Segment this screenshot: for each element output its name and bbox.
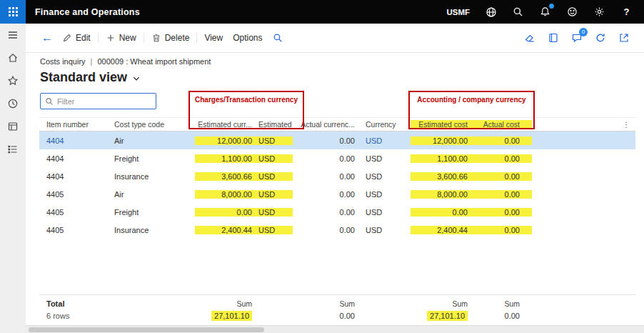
delete-button[interactable]: Delete: [146, 29, 195, 48]
cost-type-cell[interactable]: Air: [107, 136, 195, 145]
estimated-amount-cell[interactable]: 8,000.00: [195, 190, 253, 199]
col-header-currency[interactable]: Currency: [357, 120, 411, 129]
view-selector[interactable]: Standard view: [40, 69, 644, 86]
item-number-cell[interactable]: 4405: [39, 226, 107, 234]
cost-type-cell[interactable]: Freight: [107, 208, 195, 217]
view-menu-button[interactable]: View: [199, 29, 228, 48]
scrollbar-thumb[interactable]: [29, 327, 264, 332]
sum-label: Sum: [293, 299, 357, 308]
table-row[interactable]: 4405 Insurance 2,400.44 USD 0.00 USD 2,4…: [39, 221, 635, 239]
actual-cost-cell[interactable]: 0.00: [471, 154, 532, 163]
table-row[interactable]: 4405 Freight 0.00 USD 0.00 USD 0.00 0.00: [39, 203, 635, 221]
workspaces-icon[interactable]: [7, 121, 19, 132]
favorites-star-icon[interactable]: [7, 75, 19, 86]
actual-cost-cell[interactable]: 0.00: [471, 136, 532, 145]
app-launcher-button[interactable]: [0, 0, 26, 24]
cost-type-cell[interactable]: Air: [107, 190, 195, 199]
home-icon[interactable]: [7, 52, 19, 64]
col-header-estimated-curr[interactable]: Estimated curr...: [195, 120, 253, 129]
estimated-currency-cell[interactable]: USD: [253, 226, 293, 234]
col-header-estimated-cost[interactable]: Estimated cost: [411, 120, 471, 129]
currency-cell[interactable]: USD: [357, 190, 411, 199]
grid-more-options-icon[interactable]: ⋮: [532, 120, 635, 129]
actual-cost-cell[interactable]: 0.00: [471, 208, 532, 217]
currency-cell[interactable]: USD: [357, 136, 411, 145]
refresh-icon[interactable]: [595, 32, 606, 44]
actual-amount-cell[interactable]: 0.00: [293, 190, 357, 199]
new-button[interactable]: New: [101, 29, 141, 48]
currency-cell[interactable]: USD: [357, 208, 411, 217]
estimated-currency-cell[interactable]: USD: [253, 208, 293, 217]
menu-icon[interactable]: [7, 29, 19, 41]
notifications-bell-icon[interactable]: [539, 6, 551, 18]
cost-type-cell[interactable]: Freight: [107, 154, 195, 163]
recent-clock-icon[interactable]: [7, 98, 19, 109]
table-row[interactable]: 4404 Air 12,000.00 USD 0.00 USD 12,000.0…: [39, 131, 635, 149]
estimated-currency-cell[interactable]: USD: [253, 172, 293, 181]
clear-filters-eraser-icon[interactable]: [524, 32, 535, 44]
settings-gear-icon[interactable]: [593, 6, 605, 18]
col-header-estimated-cost-curr[interactable]: Estimated cost...: [253, 120, 293, 129]
item-number-cell[interactable]: 4404: [39, 136, 107, 145]
actual-amount-cell[interactable]: 0.00: [293, 208, 357, 217]
actual-cost-cell[interactable]: 0.00: [471, 172, 532, 181]
item-number-cell[interactable]: 4405: [39, 190, 107, 199]
estimated-amount-cell[interactable]: 2,400.44: [195, 226, 253, 234]
estimated-cost-cell[interactable]: 0.00: [411, 208, 471, 217]
estimated-currency-cell[interactable]: USD: [253, 136, 293, 145]
task-guide-book-icon[interactable]: [548, 32, 559, 44]
actual-amount-cell[interactable]: 0.00: [293, 154, 357, 163]
feedback-smiley-icon[interactable]: [566, 6, 578, 18]
actual-cost-cell[interactable]: 0.00: [471, 190, 532, 199]
actual-amount-cell[interactable]: 0.00: [293, 172, 357, 181]
estimated-currency-cell[interactable]: USD: [253, 190, 293, 199]
estimated-cost-cell[interactable]: 8,000.00: [411, 190, 471, 199]
cost-type-cell[interactable]: Insurance: [107, 226, 195, 234]
search-icon[interactable]: [512, 6, 524, 18]
actual-cost-cell[interactable]: 0.00: [471, 226, 532, 234]
accounting-sum-value: 27,101.10: [427, 311, 468, 321]
options-menu-button[interactable]: Options: [228, 29, 267, 48]
col-header-actual-cost[interactable]: Actual cost: [471, 120, 532, 129]
messages-chat-icon[interactable]: 0: [571, 32, 583, 44]
table-row[interactable]: 4404 Insurance 3,600.66 USD 0.00 USD 3,6…: [39, 167, 635, 185]
estimated-cost-cell[interactable]: 3,600.66: [411, 172, 471, 181]
estimated-amount-cell[interactable]: 3,600.66: [195, 172, 253, 181]
item-number-cell[interactable]: 4404: [39, 154, 107, 163]
open-in-new-window-icon[interactable]: [618, 32, 630, 44]
environment-globe-icon[interactable]: [485, 6, 497, 18]
estimated-currency-cell[interactable]: USD: [253, 154, 293, 163]
estimated-cost-cell[interactable]: 1,100.00: [411, 154, 471, 163]
actual-amount-cell[interactable]: 0.00: [293, 136, 357, 145]
table-row[interactable]: 4405 Air 8,000.00 USD 0.00 USD 8,000.00 …: [39, 185, 635, 203]
currency-cell[interactable]: USD: [357, 154, 411, 163]
estimated-cost-cell[interactable]: 12,000.00: [411, 136, 471, 145]
currency-cell[interactable]: USD: [357, 172, 411, 181]
horizontal-scrollbar[interactable]: [26, 325, 644, 333]
app-bar: Finance and Operations USMF: [0, 0, 644, 24]
company-picker[interactable]: USMF: [446, 8, 470, 16]
estimated-amount-cell[interactable]: 0.00: [195, 208, 253, 217]
currency-cell[interactable]: USD: [357, 226, 411, 234]
col-header-actual-curr[interactable]: Actual currenc...: [293, 120, 357, 129]
sum-label: Sum: [471, 299, 532, 308]
cost-type-cell[interactable]: Insurance: [107, 172, 195, 181]
edit-button[interactable]: Edit: [57, 29, 96, 48]
breadcrumb-page[interactable]: Costs inquiry: [40, 57, 86, 66]
filter-input[interactable]: [57, 97, 151, 106]
estimated-amount-cell[interactable]: 12,000.00: [195, 136, 253, 145]
col-header-cost-type[interactable]: Cost type code: [107, 120, 195, 129]
app-bar-actions: USMF: [446, 6, 644, 18]
estimated-amount-cell[interactable]: 1,100.00: [195, 154, 253, 163]
help-icon[interactable]: ?: [620, 6, 633, 18]
page-title: Standard view: [40, 70, 127, 85]
item-number-cell[interactable]: 4405: [39, 208, 107, 217]
col-header-item-number[interactable]: Item number: [39, 120, 107, 129]
back-button[interactable]: ←: [37, 31, 57, 44]
table-row[interactable]: 4404 Freight 1,100.00 USD 0.00 USD 1,100…: [39, 149, 635, 167]
estimated-cost-cell[interactable]: 2,400.44: [411, 226, 471, 234]
actual-amount-cell[interactable]: 0.00: [293, 226, 357, 234]
toolbar-search-button[interactable]: [268, 29, 288, 48]
item-number-cell[interactable]: 4404: [39, 172, 107, 181]
modules-list-icon[interactable]: [7, 144, 19, 155]
